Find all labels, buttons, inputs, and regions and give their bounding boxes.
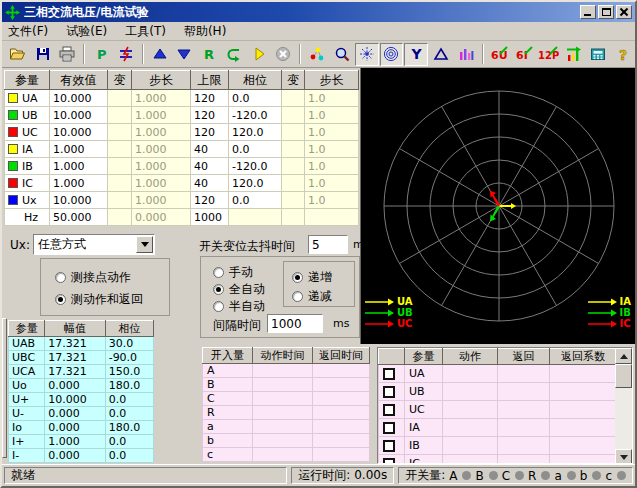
var-cell[interactable] — [108, 192, 132, 209]
col-phase-step[interactable]: 步长 — [305, 71, 359, 90]
phase-step-cell[interactable]: 1.0 — [305, 141, 359, 158]
step-cell[interactable]: 1.000 — [132, 90, 191, 107]
var-cell[interactable] — [108, 209, 132, 226]
calibrate-button[interactable] — [114, 43, 138, 66]
step-cell[interactable]: 0.000 — [132, 209, 191, 226]
splitter[interactable] — [2, 318, 7, 458]
interval-input[interactable] — [267, 314, 323, 333]
step-cell[interactable]: 1.000 — [132, 175, 191, 192]
menu-test[interactable]: 试验(E) — [66, 23, 107, 40]
monitor-scrollbar[interactable] — [615, 348, 632, 464]
delta-mode-button[interactable] — [429, 43, 453, 66]
var-cell[interactable] — [108, 141, 132, 158]
phase-cell[interactable]: -120.0 — [229, 158, 282, 175]
col-return-time[interactable]: 返回时间 — [313, 348, 370, 364]
col-rms[interactable]: 有效值 — [50, 71, 108, 90]
var-cell[interactable] — [282, 124, 305, 141]
rms-cell[interactable]: 10.000 — [50, 107, 108, 124]
radio-decrease[interactable]: 递减 — [292, 288, 332, 305]
radio-manual[interactable]: 手动 — [213, 264, 253, 281]
harmonics-button[interactable] — [454, 43, 478, 66]
var-cell[interactable] — [108, 90, 132, 107]
radio-icon[interactable] — [213, 301, 224, 312]
wye-mode-button[interactable]: Y — [404, 43, 428, 66]
stop-test-button[interactable] — [272, 43, 296, 66]
open-button[interactable] — [6, 43, 30, 66]
col-action[interactable]: 动作 — [443, 349, 498, 365]
limit-cell[interactable]: 120 — [191, 107, 229, 124]
limit-cell[interactable]: 40 — [191, 158, 229, 175]
col-return-coeff[interactable]: 返回系数 — [550, 349, 617, 365]
menu-file[interactable]: 文件(F) — [8, 23, 48, 40]
var-cell[interactable] — [282, 107, 305, 124]
phase-cell[interactable]: 120.0 — [229, 124, 282, 141]
limit-cell[interactable]: 120 — [191, 90, 229, 107]
dropdown-button[interactable] — [136, 236, 153, 253]
step-cell[interactable]: 1.000 — [132, 192, 191, 209]
radio-icon[interactable] — [55, 272, 66, 283]
vector-view-button[interactable] — [305, 43, 329, 66]
six-current-button[interactable]: 6I — [512, 43, 536, 66]
checkbox[interactable] — [383, 386, 395, 398]
save-button[interactable] — [31, 43, 55, 66]
checkbox[interactable] — [383, 404, 395, 416]
limit-cell[interactable]: 40 — [191, 141, 229, 158]
export-report-button[interactable] — [562, 43, 586, 66]
phase-cell[interactable]: 120.0 — [229, 175, 282, 192]
twelve-phase-button[interactable]: 12P — [537, 43, 561, 66]
var-cell[interactable] — [108, 158, 132, 175]
print-button[interactable] — [56, 43, 80, 66]
col-action-time[interactable]: 动作时间 — [253, 348, 313, 364]
radio-icon[interactable] — [292, 272, 303, 283]
menu-help[interactable]: 帮助(H) — [184, 23, 226, 40]
col-return[interactable]: 返回 — [498, 349, 550, 365]
var-cell[interactable] — [108, 107, 132, 124]
col-param[interactable]: 参量 — [9, 321, 45, 337]
step-cell[interactable]: 1.000 — [132, 124, 191, 141]
radio-icon[interactable] — [213, 284, 224, 295]
phase-step-cell[interactable]: 1.0 — [305, 158, 359, 175]
maximize-button[interactable] — [598, 5, 614, 19]
lower-button[interactable] — [173, 43, 197, 66]
limit-cell[interactable]: 1000 — [191, 209, 229, 226]
scroll-down-button[interactable] — [615, 449, 632, 464]
rms-cell[interactable]: 10.000 — [50, 192, 108, 209]
col-param[interactable]: 参量 — [405, 349, 443, 365]
minimize-button[interactable] — [580, 5, 596, 19]
checkbox[interactable] — [383, 440, 395, 452]
col-amplitude[interactable]: 幅值 — [45, 321, 105, 337]
radio-contact-action[interactable]: 测接点动作 — [55, 269, 131, 286]
col-param[interactable]: 参量 — [5, 71, 50, 90]
radio-icon[interactable] — [292, 291, 303, 302]
rms-cell[interactable]: 50.000 — [50, 209, 108, 226]
var-cell[interactable] — [282, 141, 305, 158]
raise-button[interactable] — [148, 43, 172, 66]
ux-mode-select[interactable]: 任意方式 — [33, 234, 155, 255]
col-step[interactable]: 步长 — [132, 71, 191, 90]
start-test-button[interactable] — [247, 43, 271, 66]
radio-full-auto[interactable]: 全自动 — [213, 281, 265, 298]
radio-icon[interactable] — [213, 267, 224, 278]
checkbox[interactable] — [383, 368, 395, 380]
rms-cell[interactable]: 10.000 — [50, 90, 108, 107]
debounce-input[interactable] — [308, 235, 348, 254]
phase-step-cell[interactable]: 1.0 — [305, 175, 359, 192]
var-cell[interactable] — [282, 175, 305, 192]
phase-cell[interactable]: 0.0 — [229, 90, 282, 107]
undo-button[interactable] — [222, 43, 246, 66]
var-cell[interactable] — [282, 90, 305, 107]
parameter-set-button[interactable]: P — [89, 43, 113, 66]
phase-step-cell[interactable]: 1.0 — [305, 107, 359, 124]
step-cell[interactable]: 1.000 — [132, 107, 191, 124]
limit-cell[interactable]: 40 — [191, 175, 229, 192]
col-var2[interactable]: 变 — [282, 71, 305, 90]
var-cell[interactable] — [282, 192, 305, 209]
zoom-button[interactable] — [330, 43, 354, 66]
col-limit[interactable]: 上限 — [191, 71, 229, 90]
checkbox[interactable] — [383, 422, 395, 434]
six-voltage-button[interactable]: 6U — [488, 43, 512, 66]
var-cell[interactable] — [282, 158, 305, 175]
phase-cell[interactable]: -120.0 — [229, 107, 282, 124]
phase-cell[interactable]: 0.0 — [229, 192, 282, 209]
circles-view-button[interactable] — [380, 43, 404, 66]
